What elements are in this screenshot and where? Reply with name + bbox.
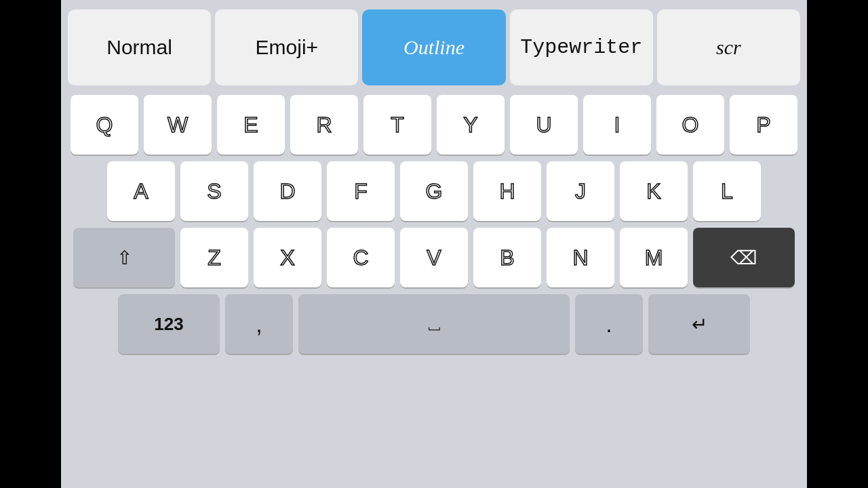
key-r[interactable]: R — [290, 95, 358, 155]
key-j[interactable]: J — [547, 161, 614, 221]
tab-normal[interactable]: Normal — [68, 9, 211, 85]
key-o[interactable]: O — [656, 95, 724, 155]
key-v[interactable]: V — [400, 228, 468, 287]
key-row-4: 123 , ⎵ . ↵ — [68, 294, 800, 354]
key-h[interactable]: H — [473, 161, 541, 221]
tab-script[interactable]: scr — [657, 9, 800, 85]
key-period[interactable]: . — [575, 294, 643, 354]
tab-emoji[interactable]: Emoji+ — [215, 9, 358, 85]
tab-typewriter[interactable]: Typewriter — [510, 9, 653, 85]
key-k[interactable]: K — [620, 161, 688, 221]
key-comma[interactable]: , — [225, 294, 293, 354]
backspace-icon: ⌫ — [730, 247, 757, 269]
style-tabs-row: Normal Emoji+ Outline Typewriter scr — [61, 5, 807, 91]
key-f[interactable]: F — [327, 161, 395, 221]
key-w[interactable]: W — [144, 95, 212, 155]
sidebar-left — [0, 0, 60, 488]
key-space[interactable]: ⎵ — [298, 294, 570, 354]
key-a[interactable]: A — [107, 161, 175, 221]
key-e[interactable]: E — [217, 95, 285, 155]
sidebar-right — [808, 0, 868, 488]
enter-icon: ↵ — [692, 313, 707, 336]
keyboard-container: Normal Emoji+ Outline Typewriter scr Q W… — [61, 0, 807, 488]
key-q[interactable]: Q — [71, 95, 138, 155]
key-s[interactable]: S — [180, 161, 248, 221]
keys-area: Q W E R T Y U I O P A S D F G H J K L ⇧ — [61, 91, 807, 488]
key-t[interactable]: T — [363, 95, 431, 155]
key-row-1: Q W E R T Y U I O P — [68, 95, 800, 155]
key-z[interactable]: Z — [180, 228, 248, 287]
key-i[interactable]: I — [583, 95, 651, 155]
key-m[interactable]: M — [620, 228, 688, 287]
key-d[interactable]: D — [254, 161, 321, 221]
key-b[interactable]: B — [473, 228, 541, 287]
key-backspace[interactable]: ⌫ — [693, 228, 795, 287]
key-l[interactable]: L — [693, 161, 761, 221]
key-enter[interactable]: ↵ — [648, 294, 750, 354]
key-n[interactable]: N — [547, 228, 614, 287]
key-x[interactable]: X — [254, 228, 321, 287]
key-row-3: ⇧ Z X C V B N M ⌫ — [68, 228, 800, 287]
shift-icon: ⇧ — [117, 247, 132, 269]
key-shift[interactable]: ⇧ — [73, 228, 175, 287]
key-c[interactable]: C — [327, 228, 395, 287]
key-p[interactable]: P — [730, 95, 797, 155]
key-row-2: A S D F G H J K L — [68, 161, 800, 221]
key-u[interactable]: U — [510, 95, 578, 155]
key-y[interactable]: Y — [437, 95, 505, 155]
key-numbers[interactable]: 123 — [118, 294, 220, 354]
tab-outline[interactable]: Outline — [362, 9, 505, 85]
key-g[interactable]: G — [400, 161, 468, 221]
